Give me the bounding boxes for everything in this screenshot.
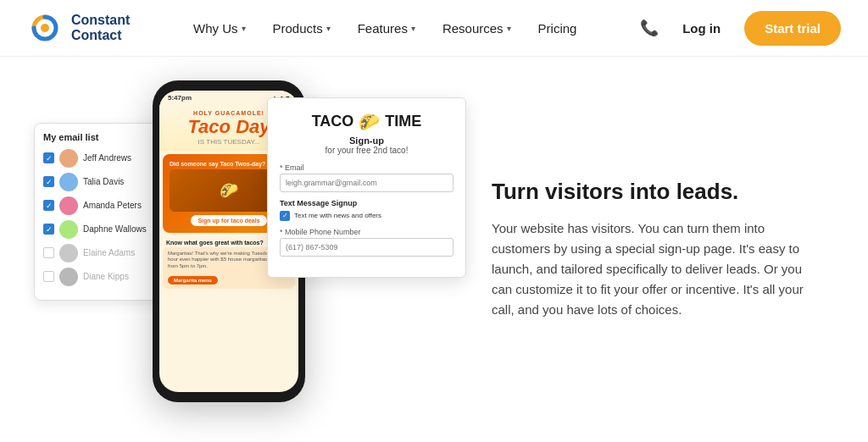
checkbox-label: Text me with news and offers xyxy=(294,212,381,219)
hero-text: Turn visitors into leads. Your website h… xyxy=(475,179,817,320)
text-msg-label: Text Message Signup xyxy=(280,199,453,207)
nav-item-features[interactable]: Features ▾ xyxy=(346,14,427,42)
chevron-down-icon: ▾ xyxy=(326,24,331,33)
signup-taco-button[interactable]: Sign up for taco deals xyxy=(191,215,266,226)
time-text: TIME xyxy=(385,113,421,130)
nav-item-pricing[interactable]: Pricing xyxy=(526,14,589,42)
signup-header: TACO 🌮 TIME xyxy=(280,112,453,132)
hero-section: My email list ✓ Jeff Andrews ✓ Talia Dav… xyxy=(0,57,868,442)
checkbox-checked: ✓ xyxy=(43,224,54,235)
mobile-phone-input[interactable] xyxy=(280,238,453,257)
signup-subtitle: Sign-up xyxy=(280,135,453,146)
logo-text: Constant Contact xyxy=(71,13,130,42)
mobile-phone-label: * Mobile Phone Number xyxy=(280,228,453,236)
signup-form-card: TACO 🌮 TIME Sign-up for your free 2nd ta… xyxy=(267,97,466,278)
checkbox-unchecked xyxy=(43,247,54,258)
nav-right: 📞 Log in Start trial xyxy=(640,11,841,46)
contact-name: Amanda Peters xyxy=(83,201,142,210)
checkbox-checked: ✓ xyxy=(43,176,54,187)
avatar xyxy=(59,220,78,239)
hero-body: Your website has visitors. You can turn … xyxy=(492,218,817,320)
contact-name: Elaine Adams xyxy=(83,248,135,257)
avatar xyxy=(59,196,78,215)
contact-name: Daphne Wallows xyxy=(83,224,147,234)
chevron-down-icon: ▾ xyxy=(242,24,246,33)
checkbox-checked: ✓ xyxy=(43,152,54,163)
chevron-down-icon: ▾ xyxy=(411,24,415,33)
start-trial-button[interactable]: Start trial xyxy=(744,11,841,46)
email-label: * Email xyxy=(280,163,453,172)
navbar: Constant Contact Why Us ▾ Products ▾ Fea… xyxy=(0,0,868,57)
chevron-down-icon: ▾ xyxy=(507,24,511,33)
nav-links: Why Us ▾ Products ▾ Features ▾ Resources… xyxy=(181,14,588,42)
avatar xyxy=(59,149,78,168)
avatar xyxy=(59,268,78,286)
margarita-button[interactable]: Margarita menu xyxy=(168,276,218,285)
nav-item-resources[interactable]: Resources ▾ xyxy=(431,14,523,42)
contact-name: Diane Kipps xyxy=(83,272,129,281)
login-button[interactable]: Log in xyxy=(672,14,731,42)
svg-point-1 xyxy=(41,24,49,32)
taco-icon: 🌮 xyxy=(359,112,380,132)
signup-sub2: for your free 2nd taco! xyxy=(280,146,453,155)
contact-name: Talia Davis xyxy=(83,177,124,186)
nav-item-products[interactable]: Products ▾ xyxy=(261,14,342,42)
taco-text: TACO xyxy=(312,113,354,130)
avatar xyxy=(59,173,78,191)
avatar xyxy=(59,244,78,262)
logo[interactable]: Constant Contact xyxy=(27,10,130,46)
nav-item-whyus[interactable]: Why Us ▾ xyxy=(181,14,258,42)
email-input[interactable] xyxy=(280,174,453,192)
text-message-checkbox[interactable]: ✓ xyxy=(280,211,290,221)
phone-icon[interactable]: 📞 xyxy=(640,19,659,37)
hero-heading: Turn visitors into leads. xyxy=(492,179,817,205)
checkbox-checked: ✓ xyxy=(43,200,54,211)
contact-name: Jeff Andrews xyxy=(83,153,131,163)
illustration-area: My email list ✓ Jeff Andrews ✓ Talia Dav… xyxy=(34,72,475,428)
checkbox-unchecked xyxy=(43,271,54,282)
text-message-checkbox-row: ✓ Text me with news and offers xyxy=(280,211,453,221)
